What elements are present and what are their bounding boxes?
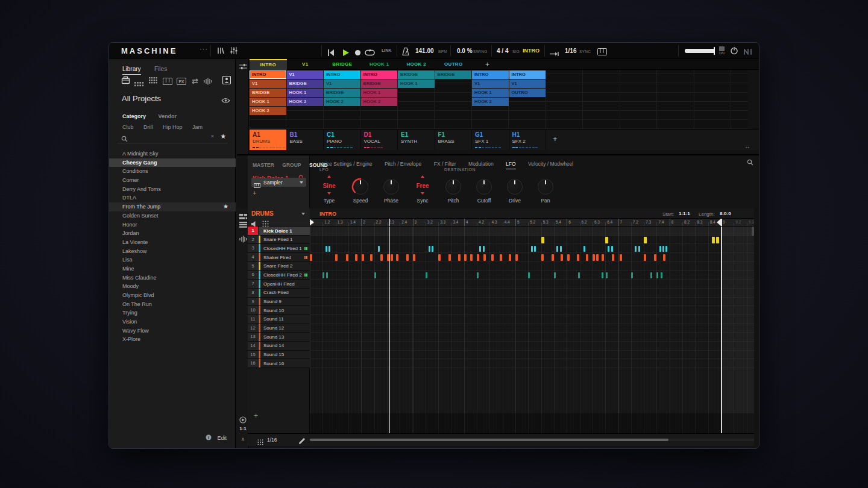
sounds-filter-icon[interactable]	[149, 77, 157, 87]
group-vocal[interactable]: D1VOCAL	[361, 130, 398, 150]
pattern-cell-hook-2[interactable]: HOOK 2	[472, 98, 509, 106]
note-closedhh-fired-1[interactable]	[611, 246, 613, 252]
editor-group-selector[interactable]: DRUMS	[251, 210, 274, 217]
swing-value[interactable]: 0.0 %	[457, 48, 473, 54]
note-shaker-fired[interactable]	[396, 254, 398, 261]
metronome-icon[interactable]	[402, 47, 409, 58]
note-shaker-fired[interactable]	[620, 254, 622, 261]
favorites-filter-icon[interactable]: ★	[220, 133, 226, 140]
sound-row-sound-13[interactable]: 13Sound 13	[248, 333, 310, 342]
note-closedhh-fired-2[interactable]	[661, 272, 662, 278]
length-value[interactable]: 8:0:0	[720, 211, 731, 216]
pattern-cell-hook-2[interactable]: HOOK 2	[324, 98, 360, 106]
favorite-star-icon[interactable]: ★	[223, 202, 228, 211]
note-closedhh-fired-1[interactable]	[534, 246, 536, 252]
note-shaker-fired[interactable]	[448, 254, 451, 261]
note-closedhh-fired-1[interactable]	[659, 246, 661, 252]
project-list-item[interactable]: From The Jump★	[109, 202, 236, 211]
sound-row-snare-fired-1[interactable]: 2Snare Fired 1	[248, 236, 310, 245]
note-shaker-fired[interactable]	[612, 254, 614, 261]
project-list-item[interactable]: Conditions	[109, 167, 236, 176]
note-closedhh-fired-2[interactable]	[656, 272, 658, 278]
pattern-cell-hook-2[interactable]: HOOK 2	[361, 98, 398, 106]
sound-row-closedhh-fired-2[interactable]: 6ClosedHH Fired 2	[248, 271, 310, 280]
scope-tab-group[interactable]: GROUP	[282, 162, 301, 168]
pattern-cell-hook-2[interactable]: HOOK 2	[250, 107, 286, 115]
sound-row-snare-fired-2[interactable]: 5Snare Fired 2	[248, 262, 310, 271]
project-list-item[interactable]: Trying	[109, 308, 236, 318]
filter-tab-category[interactable]: Category	[122, 113, 146, 119]
selector-sync-value[interactable]: Free	[409, 183, 436, 189]
group-sfx-1[interactable]: G1SFX 1	[472, 130, 509, 150]
selector-type-up-arrow[interactable]	[327, 175, 331, 178]
samples-filter-icon[interactable]	[204, 77, 212, 87]
project-list-item[interactable]: Mine	[109, 264, 236, 274]
pattern-cell-intro[interactable]: INTRO	[472, 70, 509, 79]
note-closedhh-fired-1[interactable]	[583, 246, 585, 252]
note-snare-fired-1[interactable]	[716, 237, 719, 243]
link-button[interactable]: LINK	[382, 48, 391, 52]
note-shaker-fired[interactable]	[464, 254, 467, 261]
project-list-item[interactable]: Olympic Blvd	[109, 291, 236, 300]
tab-library[interactable]: Library	[122, 66, 141, 75]
project-list-item[interactable]: Golden Sunset	[109, 211, 236, 221]
start-value[interactable]: 1:1:1	[679, 211, 690, 216]
fx-filter-icon[interactable]: FX	[177, 77, 186, 87]
pattern-cell-v1[interactable]: V1	[287, 70, 324, 79]
project-list-item[interactable]: Vision	[109, 318, 236, 327]
note-snare-fired-1[interactable]	[605, 237, 608, 243]
section-tab-intro[interactable]: INTRO	[250, 59, 287, 70]
note-shaker-fired[interactable]	[509, 254, 511, 261]
pattern-cell-bridge[interactable]: BRIDGE	[435, 70, 472, 79]
selector-sync-down-arrow[interactable]	[421, 192, 424, 195]
count-in-icon[interactable]	[550, 48, 559, 59]
note-shaker-fired[interactable]	[552, 254, 554, 261]
pattern-cell-intro[interactable]: INTRO	[361, 70, 398, 79]
pattern-cell-v1[interactable]: V1	[472, 80, 509, 88]
selector-sync-up-arrow[interactable]	[421, 175, 424, 178]
section-tab-bridge[interactable]: BRIDGE	[324, 59, 361, 70]
sound-row-sound-15[interactable]: 15Sound 15	[248, 351, 310, 360]
project-list-item[interactable]: Lakeshow	[109, 247, 236, 256]
selector-type-down-arrow[interactable]	[327, 192, 331, 195]
pattern-cell-hook-2[interactable]: HOOK 2	[287, 98, 324, 106]
note-shaker-fired[interactable]	[470, 254, 473, 261]
note-closedhh-fired-1[interactable]	[329, 246, 330, 252]
search-clear-icon[interactable]: ×	[211, 133, 214, 139]
note-closedhh-fired-1[interactable]	[662, 246, 664, 252]
add-group-button[interactable]: +	[553, 134, 558, 143]
project-list-item[interactable]: X-Plore	[109, 335, 236, 344]
pattern-cell-hook-1[interactable]: HOOK 1	[472, 89, 509, 97]
note-shaker-fired[interactable]	[654, 254, 656, 261]
project-list-item[interactable]: Moody	[109, 282, 236, 291]
pattern-cell-hook-1[interactable]: HOOK 1	[361, 89, 398, 97]
note-snare-fired-1[interactable]	[644, 237, 647, 243]
tag-hip-hop[interactable]: Hip Hop	[163, 124, 183, 130]
note-shaker-fired[interactable]	[477, 254, 479, 261]
note-closedhh-fired-1[interactable]	[378, 246, 380, 252]
note-shaker-fired[interactable]	[370, 254, 373, 261]
note-snare-fired-1[interactable]	[712, 237, 715, 243]
note-closedhh-fired-2[interactable]	[477, 272, 479, 278]
bpm-value[interactable]: 141.00	[415, 48, 434, 54]
note-closedhh-fired-1[interactable]	[638, 246, 640, 252]
record-button[interactable]	[354, 48, 361, 58]
note-shaker-fired[interactable]	[577, 254, 579, 261]
note-shaker-fired[interactable]	[355, 254, 357, 261]
resize-grip-icon[interactable]: ▪▪	[746, 145, 750, 149]
note-closedhh-fired-2[interactable]	[631, 272, 633, 278]
project-list-item[interactable]: Miss Claudine	[109, 274, 236, 283]
sound-row-sound-12[interactable]: 12Sound 12	[248, 324, 310, 333]
note-shaker-fired[interactable]	[346, 254, 348, 261]
add-section-button[interactable]: +	[485, 60, 489, 69]
project-list-item[interactable]: Lisa	[109, 255, 236, 264]
scope-tab-master[interactable]: MASTER	[253, 162, 274, 168]
keyboard-mode-icon[interactable]	[597, 47, 607, 58]
project-list-item[interactable]: A Midnight Sky	[109, 149, 236, 158]
sound-row-kick-dolce-1[interactable]: 1Kick Dolce 1	[248, 227, 310, 236]
pattern-cell-hook-1[interactable]: HOOK 1	[250, 98, 286, 106]
note-snare-fired-1[interactable]	[541, 237, 544, 243]
knob-speed[interactable]	[353, 179, 368, 195]
group-bass[interactable]: B1BASS	[287, 130, 324, 150]
pattern-cell-bridge[interactable]: BRIDGE	[361, 80, 398, 88]
